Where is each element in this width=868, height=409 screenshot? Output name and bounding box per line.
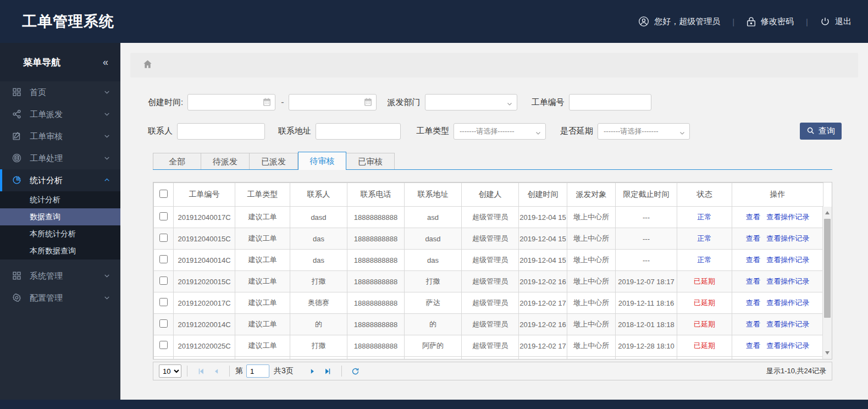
first-page-button[interactable] bbox=[193, 367, 209, 375]
view-link[interactable]: 查看 bbox=[746, 277, 760, 285]
row-checkbox[interactable] bbox=[159, 277, 168, 285]
create-time-label: 创建时间: bbox=[148, 97, 183, 108]
tab-all[interactable]: 全部 bbox=[153, 153, 201, 170]
view-log-link[interactable]: 查看操作记录 bbox=[766, 320, 809, 328]
view-link[interactable]: 查看 bbox=[746, 213, 760, 221]
status-badge: 已延期 bbox=[694, 320, 715, 328]
cell-deadline: --- bbox=[616, 228, 677, 250]
row-checkbox[interactable] bbox=[159, 319, 168, 328]
last-page-button[interactable] bbox=[320, 367, 336, 375]
submenu-item-data-query[interactable]: 数据查询 bbox=[0, 208, 120, 225]
submenu-item-local-data-query[interactable]: 本所数据查询 bbox=[0, 242, 120, 259]
scroll-down-icon[interactable] bbox=[825, 351, 830, 355]
prev-page-button[interactable] bbox=[209, 368, 224, 375]
cell-order-type bbox=[235, 357, 290, 360]
page-size-select[interactable]: 10 bbox=[159, 364, 181, 378]
depart-select[interactable] bbox=[425, 94, 517, 110]
contact-input[interactable] bbox=[177, 123, 265, 140]
search-icon bbox=[806, 126, 815, 136]
app-title: 工单管理系统 bbox=[22, 12, 114, 31]
view-log-link[interactable]: 查看操作记录 bbox=[766, 213, 809, 221]
cell-phone: 18888888888 bbox=[347, 314, 405, 335]
pie-chart-icon bbox=[12, 175, 22, 185]
sidebar-item-statistics[interactable]: 统计分析 bbox=[0, 169, 120, 191]
view-log-link[interactable]: 查看操作记录 bbox=[766, 299, 809, 307]
search-button[interactable]: 查询 bbox=[800, 123, 842, 140]
view-link[interactable]: 查看 bbox=[746, 234, 760, 242]
tab-pending-review[interactable]: 待审核 bbox=[298, 152, 346, 170]
row-checkbox[interactable] bbox=[159, 255, 168, 263]
row-checkbox[interactable] bbox=[159, 298, 168, 306]
tab-reviewed[interactable]: 已审核 bbox=[346, 153, 395, 170]
view-log-link[interactable]: 查看操作记录 bbox=[766, 234, 809, 242]
pager-separator bbox=[299, 366, 300, 377]
submenu-item-local-statistics[interactable]: 本所统计分析 bbox=[0, 225, 120, 242]
view-link[interactable]: 查看 bbox=[746, 320, 760, 328]
share-icon bbox=[12, 109, 22, 119]
refresh-button[interactable] bbox=[347, 367, 363, 375]
sidebar-collapse-icon[interactable]: « bbox=[103, 57, 107, 68]
cell-phone: 18888888888 bbox=[347, 335, 405, 357]
row-checkbox[interactable] bbox=[159, 212, 168, 220]
sidebar-item-system[interactable]: 系统管理 bbox=[0, 265, 120, 287]
view-log-link[interactable]: 查看操作记录 bbox=[766, 256, 809, 264]
current-page-input[interactable] bbox=[246, 364, 269, 378]
contact-label: 联系人 bbox=[148, 126, 173, 136]
statistics-submenu: 统计分析 数据查询 本所统计分析 本所数据查询 bbox=[0, 191, 120, 259]
view-link[interactable]: 查看 bbox=[746, 299, 760, 307]
view-link[interactable]: 查看 bbox=[746, 341, 760, 350]
pager-separator bbox=[187, 366, 187, 377]
delay-select[interactable]: -------请选择------- bbox=[598, 123, 690, 140]
sidebar-item-review[interactable]: 工单审核 bbox=[0, 125, 120, 147]
cell-creator: 超级管理员 bbox=[462, 250, 519, 271]
total-pages-label: 共3页 bbox=[274, 366, 294, 376]
status-badge: 已延期 bbox=[694, 299, 715, 307]
greeting-text: 您好，超级管理员 bbox=[654, 16, 720, 27]
sidebar-item-home[interactable]: 首页 bbox=[0, 81, 120, 103]
cell-target: 墩上中心所 bbox=[567, 207, 616, 228]
next-page-button[interactable] bbox=[305, 368, 320, 375]
pager-separator bbox=[229, 366, 230, 377]
col-order-type: 工单类型 bbox=[235, 183, 290, 207]
cell-target: 墩上中心所 bbox=[567, 271, 616, 292]
submenu-item-statistics[interactable]: 统计分析 bbox=[0, 191, 120, 208]
view-log-link[interactable]: 查看操作记录 bbox=[766, 341, 809, 350]
grid-icon bbox=[12, 271, 22, 281]
create-time-end-input[interactable] bbox=[289, 94, 377, 110]
sidebar-item-process[interactable]: 工单处理 bbox=[0, 147, 120, 169]
chevron-down-icon bbox=[103, 132, 110, 141]
sidebar-item-dispatch[interactable]: 工单派发 bbox=[0, 103, 120, 125]
view-link[interactable]: 查看 bbox=[746, 256, 760, 264]
sidebar-header: 菜单导航 « bbox=[0, 43, 120, 81]
tab-pending-dispatch[interactable]: 待派发 bbox=[201, 153, 250, 170]
cell-order-no: 201912020014C bbox=[174, 314, 235, 335]
tab-dispatched[interactable]: 已派发 bbox=[250, 153, 298, 170]
top-bar: 工单管理系统 您好，超级管理员 | 修改密码 | 退出 bbox=[0, 0, 868, 43]
create-time-start-input[interactable] bbox=[187, 94, 275, 110]
order-no-input[interactable] bbox=[569, 94, 651, 110]
home-icon[interactable] bbox=[142, 59, 153, 71]
address-input[interactable] bbox=[316, 123, 401, 140]
row-checkbox[interactable] bbox=[159, 234, 168, 242]
order-type-select[interactable]: -------请选择------- bbox=[454, 123, 546, 140]
row-checkbox[interactable] bbox=[159, 341, 168, 349]
cell-contact: 的 bbox=[290, 314, 347, 335]
cell-target: 墩上中心所 bbox=[567, 292, 616, 314]
sidebar-item-config[interactable]: 配置管理 bbox=[0, 287, 120, 309]
cell-deadline: 2019-12-11 18:16 bbox=[616, 292, 677, 314]
view-log-link[interactable]: 查看操作记录 bbox=[766, 277, 809, 285]
scrollbar-thumb[interactable] bbox=[824, 219, 831, 318]
select-all-checkbox[interactable] bbox=[159, 190, 168, 198]
sidebar-title: 菜单导航 bbox=[23, 56, 60, 69]
address-label: 联系地址 bbox=[278, 126, 311, 136]
user-greeting[interactable]: 您好，超级管理员 bbox=[638, 16, 720, 27]
change-password-button[interactable]: 修改密码 bbox=[747, 16, 794, 27]
col-status: 状态 bbox=[677, 183, 732, 207]
cell-creator bbox=[462, 357, 519, 360]
table-row: 201912040015C 建议工单 das 18888888888 dasd … bbox=[154, 228, 823, 250]
cell-address: 萨达 bbox=[405, 292, 462, 314]
table-row: 201912020015C 建议工单 打撒 18888888888 打撒 超级管… bbox=[154, 271, 823, 292]
scroll-up-icon[interactable] bbox=[825, 211, 830, 214]
logout-button[interactable]: 退出 bbox=[820, 16, 852, 27]
cell-order-no: 201912040014C bbox=[174, 250, 235, 271]
